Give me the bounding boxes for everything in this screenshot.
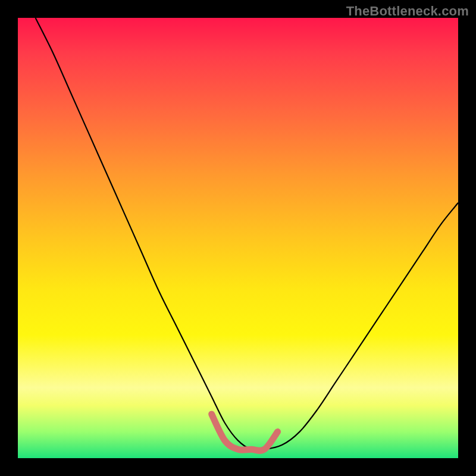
plot-area xyxy=(18,18,458,458)
watermark-text: TheBottleneck.com xyxy=(346,4,469,19)
main-curve-path xyxy=(36,18,458,450)
bottleneck-curve xyxy=(18,18,458,458)
chart-frame: TheBottleneck.com xyxy=(0,0,476,476)
highlight-curve-path xyxy=(212,414,278,450)
